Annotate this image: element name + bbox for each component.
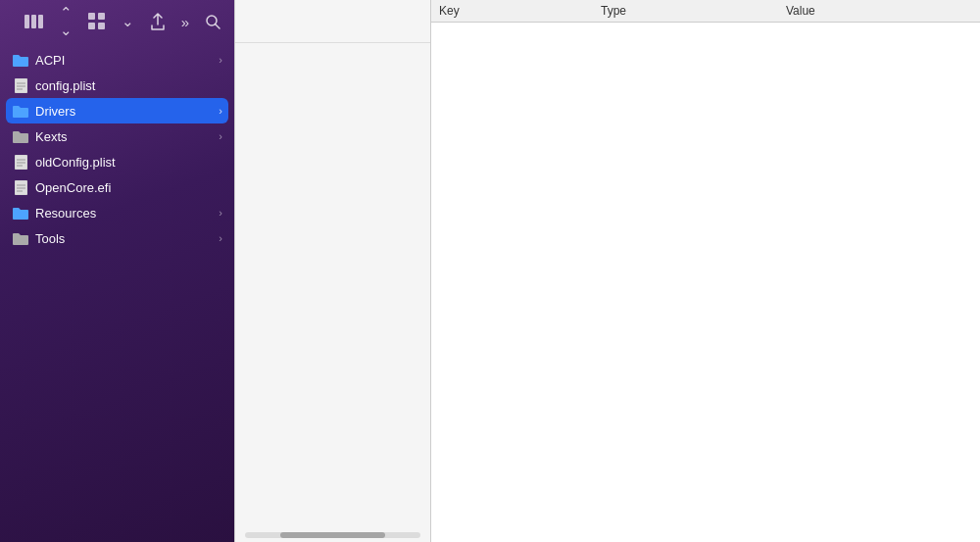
sidebar-item-label: Drivers (35, 104, 75, 119)
folder-icon (12, 51, 29, 69)
file-icon (12, 76, 29, 94)
sidebar-item-drivers[interactable]: Drivers› (6, 98, 228, 123)
sidebar-item-kexts[interactable]: Kexts› (0, 123, 234, 149)
table-header-row: Key Type Value (431, 0, 980, 23)
chevron-right-icon: › (219, 54, 222, 66)
sidebar-item-label: Tools (35, 231, 65, 246)
svg-rect-6 (98, 23, 105, 29)
sidebar-item-label: OpenCore.efi (35, 180, 111, 195)
right-panel: Key Type Value (431, 0, 980, 542)
col-key-header: Key (431, 0, 593, 23)
svg-rect-5 (88, 23, 95, 29)
horizontal-scrollbar[interactable] (245, 532, 420, 538)
chevron-right-icon: › (219, 130, 222, 142)
property-list-table: Key Type Value (431, 0, 980, 542)
folder-icon (12, 127, 29, 145)
left-file-list: ACPI›config.plistDrivers›Kexts›oldConfig… (0, 43, 234, 542)
folder-icon (12, 102, 29, 120)
sidebar-item-label: ACPI (35, 53, 65, 68)
sidebar-item-acpi[interactable]: ACPI› (0, 47, 234, 73)
col-value-header: Value (778, 0, 980, 23)
middle-toolbar (235, 0, 430, 43)
left-toolbar: ⌃⌄ ⌄ » (0, 0, 234, 43)
sidebar-item-label: oldConfig.plist (35, 155, 116, 170)
col-type-header: Type (593, 0, 778, 23)
sidebar-item-label: Kexts (35, 129, 68, 144)
left-panel: ⌃⌄ ⌄ » ACPI›config.plistDrivers›Kexts›ol… (0, 0, 235, 542)
file-icon (12, 153, 29, 171)
grid-view-btn[interactable] (84, 11, 110, 32)
svg-rect-0 (24, 15, 29, 28)
share-btn[interactable] (146, 11, 170, 32)
folder-icon (12, 229, 29, 247)
sidebar-item-opencore-efi[interactable]: OpenCore.efi (0, 174, 234, 200)
svg-rect-2 (38, 15, 43, 28)
chevron-right-icon: › (219, 232, 222, 244)
chevron-right-icon: › (219, 207, 222, 219)
folder-icon (12, 204, 29, 222)
search-btn[interactable] (201, 12, 224, 31)
sidebar-item-config-plist[interactable]: config.plist (0, 73, 234, 98)
svg-rect-3 (88, 13, 95, 20)
sidebar-item-resources[interactable]: Resources› (0, 200, 234, 225)
file-icon (12, 178, 29, 196)
svg-line-8 (216, 25, 220, 28)
column-view-btn[interactable] (21, 13, 48, 30)
svg-rect-4 (98, 13, 105, 20)
svg-rect-1 (31, 15, 36, 28)
chevron-right-icon: › (219, 105, 222, 117)
middle-file-list (235, 43, 430, 528)
sidebar-item-tools[interactable]: Tools› (0, 225, 234, 251)
middle-panel (235, 0, 431, 542)
more-btn[interactable]: » (177, 12, 193, 32)
sidebar-item-label: config.plist (35, 78, 95, 93)
sidebar-item-label: Resources (35, 206, 96, 221)
chevron-updown-btn[interactable]: ⌃⌄ (56, 2, 76, 41)
sidebar-item-oldconfig-plist[interactable]: oldConfig.plist (0, 149, 234, 174)
chevron-down-icon[interactable]: ⌄ (118, 11, 138, 32)
